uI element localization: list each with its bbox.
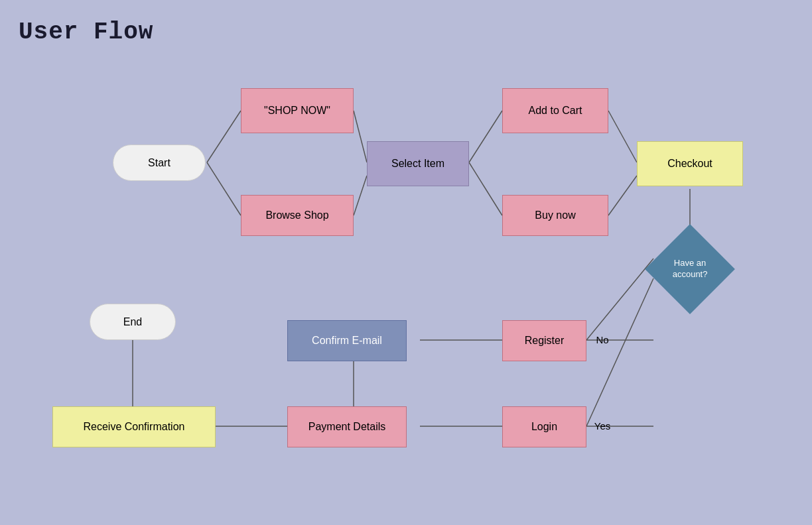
svg-line-10 [586, 278, 653, 426]
svg-line-9 [586, 259, 653, 340]
svg-line-7 [608, 176, 637, 215]
register-node: Register [502, 320, 586, 361]
checkout-node: Checkout [637, 141, 743, 186]
end-node: End [90, 304, 176, 340]
page-title: User Flow [19, 19, 153, 46]
svg-line-6 [608, 111, 637, 162]
add-to-cart-node: Add to Cart [502, 88, 608, 133]
buy-now-node: Buy now [502, 195, 608, 236]
svg-line-4 [469, 111, 502, 162]
browse-shop-node: Browse Shop [241, 195, 354, 236]
select-item-node: Select Item [367, 141, 469, 186]
shop-now-node: "SHOP NOW" [241, 88, 354, 133]
start-node: Start [113, 145, 206, 181]
receive-confirmation-node: Receive Confirmation [52, 406, 216, 447]
login-node: Login [502, 406, 586, 447]
confirm-email-node: Confirm E-mail [287, 320, 407, 361]
no-label: No [589, 329, 616, 349]
svg-line-0 [207, 111, 241, 162]
svg-line-3 [354, 176, 367, 215]
yes-label: Yes [589, 416, 616, 436]
have-account-diamond: Have an account? [645, 224, 735, 314]
svg-line-2 [354, 111, 367, 162]
svg-line-1 [207, 162, 241, 215]
payment-details-node: Payment Details [287, 406, 407, 447]
svg-line-5 [469, 162, 502, 215]
